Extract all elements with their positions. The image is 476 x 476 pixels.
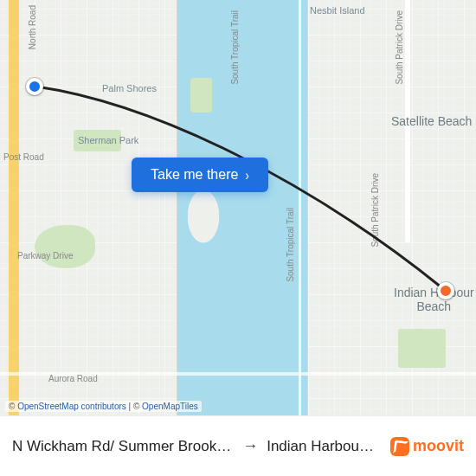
chevron-right-icon: › — [245, 168, 248, 183]
arrow-right-icon: → — [242, 437, 258, 455]
road-tropical-trail — [299, 0, 301, 415]
moovit-logo-icon — [390, 437, 409, 456]
barrier-island-land — [307, 0, 476, 415]
attrib-sep: | © — [129, 402, 143, 411]
openmaptiles-link[interactable]: OpenMapTiles — [142, 402, 198, 411]
app-root: Palm Shores Nesbit Island Satellite Beac… — [0, 0, 476, 476]
origin-marker[interactable] — [26, 78, 43, 95]
brand-text: moovit — [413, 437, 464, 455]
moovit-brand[interactable]: moovit — [390, 437, 464, 456]
park-island-north — [190, 78, 212, 113]
park-sherman — [74, 130, 121, 151]
road-aurora — [0, 372, 476, 376]
take-me-there-button[interactable]: Take me there › — [132, 158, 268, 192]
road-wickham — [9, 0, 19, 415]
road-patrick-drive — [405, 0, 410, 242]
route-summary-bar: N Wickham Rd/ Summer Brook S… → Indian H… — [0, 415, 476, 476]
map-canvas[interactable]: Palm Shores Nesbit Island Satellite Beac… — [0, 0, 476, 415]
cta-label: Take me there — [151, 167, 238, 182]
route-from-label: N Wickham Rd/ Summer Brook S… — [12, 438, 234, 455]
mainland-land — [0, 0, 177, 415]
osm-link[interactable]: OpenStreetMap contributors — [17, 402, 126, 411]
attrib-prefix: © — [9, 402, 17, 411]
lagoon-water — [177, 0, 307, 415]
park-southwest — [35, 225, 95, 268]
map-attribution: © OpenStreetMap contributors | © OpenMap… — [5, 401, 202, 412]
route-to-label: Indian Harbou… — [267, 438, 382, 455]
park-indian-harbour — [398, 329, 446, 368]
destination-marker[interactable] — [437, 282, 454, 299]
